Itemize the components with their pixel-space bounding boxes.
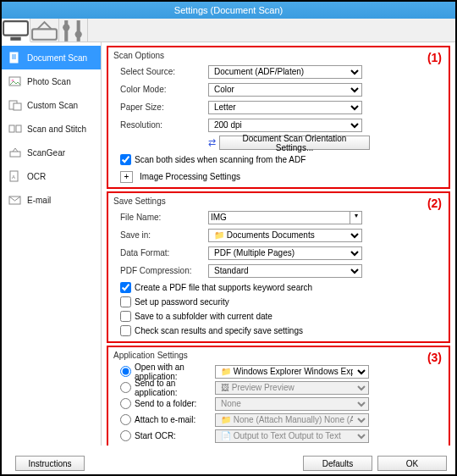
window-title: Settings (Document Scan)	[2, 2, 455, 19]
toolbar	[2, 19, 455, 42]
svg-rect-1	[10, 36, 20, 40]
send-to-app-radio[interactable]	[120, 382, 131, 393]
sidebar-item-email[interactable]: E-mail	[2, 188, 101, 212]
send-to-app-dropdown[interactable]: 🖼 Preview Preview	[215, 381, 369, 395]
attach-email-dropdown[interactable]: 📁 None (Attach Manually) None (Attach Ma…	[215, 413, 369, 427]
app-settings-title: Application Settings	[113, 351, 443, 360]
svg-point-6	[75, 30, 82, 37]
section-app-settings: (3) Application Settings Open with an ap…	[107, 346, 450, 446]
image-processing-label: Image Processing Settings	[140, 172, 240, 181]
sidebar-item-label: OCR	[27, 172, 46, 181]
section-marker-3: (3)	[427, 351, 442, 364]
both-sides-label: Scan both sides when scanning from the A…	[135, 155, 306, 164]
sidebar-item-scan-stitch[interactable]: Scan and Stitch	[2, 117, 101, 141]
start-ocr-radio[interactable]	[120, 430, 131, 441]
start-ocr-label: Start OCR:	[135, 431, 176, 440]
svg-rect-7	[10, 53, 18, 63]
sidebar-item-label: ScanGear	[27, 148, 65, 158]
instructions-button[interactable]: Instructions	[15, 456, 85, 471]
save-in-label: Save in:	[113, 230, 208, 240]
data-format-label: Data Format:	[113, 248, 208, 257]
sidebar-item-photo-scan[interactable]: Photo Scan	[2, 69, 101, 93]
check-results-label: Check scan results and specify save sett…	[135, 326, 303, 335]
sidebar-item-document-scan[interactable]: Document Scan	[2, 46, 101, 69]
sidebar-item-label: Photo Scan	[27, 77, 71, 86]
sidebar: Document Scan Photo Scan Custom Scan Sca…	[2, 42, 102, 446]
section-scan-options: (1) Scan Options Select Source:Document …	[107, 46, 450, 189]
sidebar-item-custom-scan[interactable]: Custom Scan	[2, 93, 101, 117]
footer: Instructions Defaults OK	[2, 456, 455, 471]
paper-size-dropdown[interactable]: Letter	[208, 101, 362, 114]
color-mode-label: Color Mode:	[113, 85, 208, 94]
attach-email-radio[interactable]	[120, 414, 131, 425]
svg-rect-0	[3, 21, 28, 36]
expand-image-processing-button[interactable]: +	[120, 171, 133, 183]
sidebar-item-label: Custom Scan	[27, 101, 78, 110]
section-marker-2: (2)	[427, 196, 442, 210]
open-with-dropdown[interactable]: 📁 Windows Explorer Windows Explorer	[215, 365, 369, 379]
svg-text:A: A	[12, 174, 15, 180]
password-security-checkbox[interactable]	[120, 296, 131, 307]
content-area: (1) Scan Options Select Source:Document …	[102, 42, 455, 446]
both-sides-checkbox[interactable]	[120, 154, 131, 165]
sidebar-item-ocr[interactable]: AOCR	[2, 164, 101, 188]
section-save-settings: (2) Save Settings File Name:▾ Save in:📁 …	[107, 191, 450, 343]
save-settings-title: Save Settings	[113, 196, 443, 206]
data-format-dropdown[interactable]: PDF (Multiple Pages)	[208, 246, 362, 260]
ok-button[interactable]: OK	[377, 456, 447, 471]
orientation-swap-icon[interactable]: ⇄	[208, 137, 216, 148]
sidebar-item-label: Scan and Stitch	[27, 125, 86, 134]
subfolder-date-checkbox[interactable]	[120, 311, 131, 322]
send-to-folder-radio[interactable]	[120, 398, 131, 409]
keyword-search-checkbox[interactable]	[120, 282, 131, 293]
send-to-app-label: Send to an application:	[135, 379, 215, 397]
select-source-label: Select Source:	[113, 67, 208, 76]
resolution-dropdown[interactable]: 200 dpi	[208, 119, 362, 132]
pdf-compression-label: PDF Compression:	[113, 266, 208, 275]
check-results-checkbox[interactable]	[120, 325, 131, 336]
tab-scan-from-panel[interactable]	[30, 19, 59, 42]
svg-rect-11	[14, 103, 21, 110]
tab-scan-from-computer[interactable]	[2, 19, 30, 42]
svg-rect-12	[9, 125, 14, 132]
sidebar-item-label: Document Scan	[27, 53, 87, 63]
sidebar-item-scangear[interactable]: ScanGear	[2, 141, 101, 164]
select-source-dropdown[interactable]: Document (ADF/Platen)	[208, 65, 362, 79]
tab-general-settings[interactable]	[59, 19, 88, 42]
file-name-input[interactable]	[208, 211, 350, 224]
svg-rect-2	[32, 29, 57, 39]
send-to-folder-dropdown[interactable]: None	[215, 397, 369, 411]
send-to-folder-label: Send to a folder:	[135, 399, 196, 408]
start-ocr-dropdown[interactable]: 📄 Output to Text Output to Text	[215, 429, 369, 443]
subfolder-date-label: Save to a subfolder with current date	[135, 312, 273, 321]
attach-email-label: Attach to e-mail:	[135, 415, 195, 424]
pdf-compression-dropdown[interactable]: Standard	[208, 264, 362, 278]
sidebar-item-label: E-mail	[27, 196, 51, 205]
password-security-label: Set up password security	[135, 297, 229, 307]
defaults-button[interactable]: Defaults	[303, 456, 372, 471]
keyword-search-label: Create a PDF file that supports keyword …	[135, 283, 312, 292]
open-with-radio[interactable]	[120, 366, 131, 377]
scan-options-title: Scan Options	[113, 51, 443, 60]
file-name-label: File Name:	[113, 213, 208, 222]
orientation-settings-button[interactable]: Document Scan Orientation Settings...	[219, 136, 370, 150]
save-in-dropdown[interactable]: 📁 Documents Documents	[208, 229, 362, 242]
paper-size-label: Paper Size:	[113, 102, 208, 112]
section-marker-1: (1)	[427, 51, 442, 64]
resolution-label: Resolution:	[113, 120, 208, 130]
svg-point-5	[63, 24, 69, 30]
svg-rect-14	[10, 152, 20, 157]
color-mode-dropdown[interactable]: Color	[208, 83, 362, 97]
svg-rect-13	[16, 125, 21, 132]
